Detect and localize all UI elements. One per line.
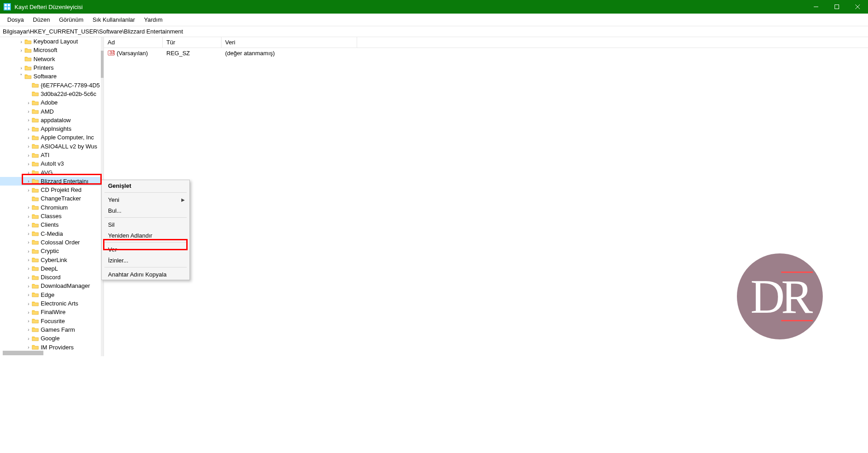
- expand-icon[interactable]: ›: [25, 257, 32, 262]
- menu-edit[interactable]: Düzen: [28, 14, 55, 25]
- expand-icon[interactable]: ·: [25, 82, 32, 88]
- collapse-icon[interactable]: ˅: [18, 73, 24, 79]
- menu-favorites[interactable]: Sık Kullanılanlar: [88, 14, 140, 25]
- tree-item[interactable]: ›Focusrite: [0, 317, 101, 325]
- tree-scrollbar-thumb[interactable]: [101, 51, 104, 78]
- ctx-expand[interactable]: Genişlet: [102, 180, 189, 191]
- tree-item[interactable]: ›AMD: [0, 107, 101, 115]
- tree-item[interactable]: ›DownloadManager: [0, 281, 101, 290]
- tree-item[interactable]: ›CD Projekt Red: [0, 186, 101, 194]
- expand-icon[interactable]: ›: [18, 65, 24, 71]
- tree-item[interactable]: ›C-Media: [0, 229, 101, 238]
- tree-item[interactable]: ›FinalWire: [0, 308, 101, 316]
- expand-icon[interactable]: ›: [25, 170, 32, 175]
- ctx-new[interactable]: Yeni▶: [102, 194, 189, 205]
- tree-pane[interactable]: ›Keyboard Layout›Microsoft·Network›Print…: [0, 37, 104, 356]
- tree-item[interactable]: ›Apple Computer, Inc: [0, 133, 101, 142]
- tree-item[interactable]: ›Games Farm: [0, 325, 101, 334]
- expand-icon[interactable]: ›: [25, 275, 32, 280]
- tree-item[interactable]: ·3d0ba22d-e02b-5c6c: [0, 90, 101, 98]
- expand-icon[interactable]: ›: [25, 239, 32, 245]
- tree-item[interactable]: ›CyberLink: [0, 255, 101, 264]
- value-row[interactable]: ab (Varsayılan) REG_SZ (değer atanmamış): [104, 48, 868, 58]
- tree-item[interactable]: ›ATI: [0, 151, 101, 159]
- expand-icon[interactable]: ›: [25, 327, 32, 332]
- tree-item[interactable]: ·{6E7FFAAC-7789-4D5: [0, 81, 101, 89]
- minimize-button[interactable]: [806, 0, 826, 14]
- tree-item[interactable]: ›Blizzard Entertainı: [0, 177, 101, 186]
- tree-item[interactable]: ›Colossal Order: [0, 238, 101, 247]
- tree-item[interactable]: ›IM Providers: [0, 343, 101, 351]
- expand-icon[interactable]: ›: [25, 109, 32, 114]
- column-type[interactable]: Tür: [163, 37, 222, 48]
- expand-icon[interactable]: ›: [25, 100, 32, 105]
- expand-icon[interactable]: ›: [25, 266, 32, 271]
- tree-item[interactable]: ›Adobe: [0, 98, 101, 107]
- menu-help[interactable]: Yardım: [140, 14, 167, 25]
- ctx-delete[interactable]: Sil: [102, 219, 189, 230]
- expand-icon[interactable]: ·: [25, 196, 32, 201]
- column-name[interactable]: Ad: [104, 37, 163, 48]
- expand-icon[interactable]: ›: [25, 135, 32, 140]
- tree-item[interactable]: ›Clients: [0, 220, 101, 229]
- tree-item[interactable]: ›AppInsights: [0, 124, 101, 133]
- tree-item[interactable]: ›Google: [0, 334, 101, 343]
- ctx-export[interactable]: Ver: [102, 244, 189, 255]
- expand-icon[interactable]: ›: [25, 187, 32, 193]
- menu-view[interactable]: Görünüm: [54, 14, 88, 25]
- menu-file[interactable]: Dosya: [3, 14, 28, 25]
- ctx-permissions[interactable]: İzinler...: [102, 255, 189, 266]
- expand-icon[interactable]: ›: [25, 336, 32, 341]
- tree-item[interactable]: ›Edge: [0, 291, 101, 299]
- expand-icon[interactable]: ›: [25, 283, 32, 289]
- expand-icon[interactable]: ›: [18, 39, 24, 44]
- tree-item[interactable]: ·Network: [0, 55, 101, 63]
- ctx-find[interactable]: Bul...: [102, 205, 189, 216]
- expand-icon[interactable]: ›: [25, 153, 32, 158]
- ctx-rename[interactable]: Yeniden Adlandır: [102, 230, 189, 241]
- tree-item-label: ATI: [41, 152, 49, 158]
- expand-icon[interactable]: ›: [25, 231, 32, 236]
- maximize-button[interactable]: [826, 0, 847, 14]
- expand-icon[interactable]: ·: [25, 91, 32, 96]
- tree-item[interactable]: ›appdatalow: [0, 116, 101, 124]
- expand-icon[interactable]: ›: [18, 48, 24, 53]
- expand-icon[interactable]: ›: [25, 301, 32, 306]
- tree-item[interactable]: ›Printers: [0, 63, 101, 72]
- expand-icon[interactable]: ›: [25, 310, 32, 315]
- tree-item[interactable]: ›Cryptic: [0, 247, 101, 255]
- tree-item[interactable]: ›Discord: [0, 273, 101, 281]
- tree-item[interactable]: ›AVG: [0, 168, 101, 176]
- tree-item-label: Edge: [41, 291, 54, 298]
- tree-item-label: ChangeTracker: [41, 195, 81, 202]
- tree-item[interactable]: ›Keyboard Layout: [0, 37, 101, 46]
- ctx-copy-key-name[interactable]: Anahtar Adını Kopyala: [102, 269, 189, 280]
- expand-icon[interactable]: ›: [25, 143, 32, 149]
- tree-item[interactable]: ›Electronic Arts: [0, 299, 101, 308]
- tree-item[interactable]: ›Classes: [0, 212, 101, 220]
- expand-icon[interactable]: ›: [25, 318, 32, 324]
- expand-icon[interactable]: ›: [25, 205, 32, 210]
- tree-horizontal-scrollbar[interactable]: [3, 351, 43, 355]
- expand-icon[interactable]: ›: [25, 222, 32, 228]
- close-button[interactable]: [847, 0, 868, 14]
- expand-icon[interactable]: ›: [25, 292, 32, 297]
- expand-icon[interactable]: ›: [25, 161, 32, 167]
- tree-item[interactable]: ›Microsoft: [0, 46, 101, 54]
- tree-item[interactable]: ›DeepL: [0, 264, 101, 273]
- expand-icon[interactable]: ›: [25, 344, 32, 350]
- tree-item[interactable]: ·ChangeTracker: [0, 194, 101, 203]
- tree-item[interactable]: ˅Software: [0, 72, 101, 81]
- expand-icon[interactable]: ›: [25, 214, 32, 219]
- tree-item-label: Electronic Arts: [41, 300, 78, 307]
- expand-icon[interactable]: ›: [25, 117, 32, 123]
- expand-icon[interactable]: ›: [25, 248, 32, 254]
- expand-icon[interactable]: ›: [25, 178, 32, 184]
- tree-item[interactable]: ›ASIO4ALL v2 by Wus: [0, 142, 101, 151]
- expand-icon[interactable]: ·: [18, 56, 24, 62]
- tree-item[interactable]: ›AutoIt v3: [0, 159, 101, 168]
- column-data[interactable]: Veri: [222, 37, 357, 48]
- tree-item[interactable]: ›Chromium: [0, 203, 101, 212]
- expand-icon[interactable]: ›: [25, 126, 32, 132]
- address-bar[interactable]: Bilgisayar\HKEY_CURRENT_USER\Software\Bl…: [0, 26, 868, 37]
